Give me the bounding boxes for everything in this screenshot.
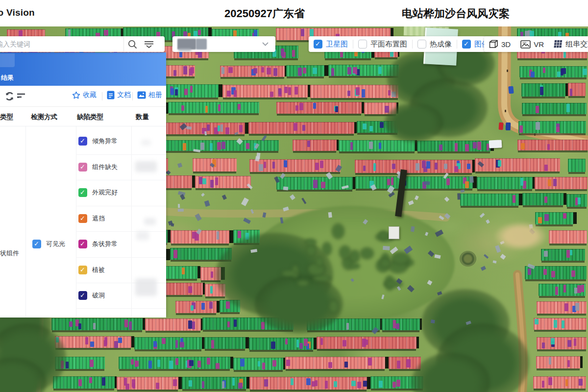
checkbox-visible-light[interactable]	[32, 240, 41, 248]
defect-module	[536, 122, 540, 130]
debris	[262, 212, 266, 218]
map-decor	[385, 357, 389, 368]
checkbox-tilt-anomaly[interactable]	[78, 137, 87, 146]
debris	[186, 126, 192, 130]
defect-row-vegetation[interactable]: 植被	[78, 266, 105, 274]
toggle-satellite-layer[interactable]: 卫星图	[314, 40, 348, 49]
defect-module	[392, 382, 396, 388]
solar-panel-row	[233, 358, 283, 370]
defect-module	[169, 361, 173, 369]
defect-module	[334, 381, 337, 387]
defect-module	[328, 362, 332, 368]
button-string-interaction[interactable]: 组串交互	[554, 40, 588, 49]
solar-panel-row	[249, 338, 314, 350]
document-label: 文档	[117, 91, 131, 99]
solar-panel-row	[222, 85, 308, 98]
defect-module	[344, 362, 348, 368]
vegetation	[331, 223, 345, 240]
defect-module	[321, 182, 325, 188]
defect-module	[306, 378, 311, 385]
defect-module	[325, 381, 328, 389]
defect-module	[221, 142, 225, 149]
solar-panel-row	[382, 318, 420, 330]
defect-module	[189, 380, 192, 387]
defect-module	[379, 143, 381, 149]
checkbox-hole[interactable]	[78, 291, 87, 300]
solar-panel-row	[293, 140, 337, 150]
filter-icon[interactable]	[141, 37, 157, 51]
defect-module	[264, 379, 268, 387]
divider	[132, 92, 133, 100]
defect-module	[363, 166, 366, 171]
solar-panel-row	[182, 377, 246, 390]
defect-row-missing[interactable]: 组件缺失	[78, 163, 118, 172]
checkbox-stripe-anomaly[interactable]	[78, 240, 87, 248]
defect-module	[373, 163, 376, 171]
defect-module	[284, 87, 288, 93]
station-select[interactable]	[172, 36, 275, 52]
defect-module	[313, 68, 317, 74]
defect-module	[544, 196, 547, 203]
defect-module	[218, 125, 220, 131]
results-tab-highlight	[0, 53, 15, 67]
button-vr[interactable]: 360 VR	[520, 40, 544, 49]
defect-module	[292, 50, 295, 57]
map-decor	[245, 337, 249, 349]
defect-module	[299, 343, 303, 349]
defect-module	[173, 70, 176, 76]
solar-panel-row	[276, 102, 362, 113]
defect-module	[182, 268, 185, 275]
album-button[interactable]: 相册	[137, 91, 162, 99]
defect-module	[124, 378, 126, 386]
defect-row-intact[interactable]: 外观完好	[78, 188, 118, 197]
vegetation	[385, 103, 443, 142]
defect-row-stripe[interactable]: 条状异常	[78, 240, 118, 248]
defect-module	[210, 180, 214, 188]
divider	[131, 126, 132, 318]
toggle-thermal-layer[interactable]: 热成像	[417, 40, 452, 49]
checkbox-thermal[interactable]	[417, 40, 426, 49]
defect-module	[369, 142, 373, 149]
defect-row-occlusion[interactable]: 遮挡	[78, 214, 105, 223]
solar-panel-row	[549, 230, 587, 244]
checkbox-floorplan[interactable]	[358, 40, 367, 49]
defect-module	[222, 381, 224, 389]
blue-van	[508, 86, 514, 94]
debris	[423, 181, 430, 185]
search-icon[interactable]	[124, 37, 141, 51]
checkbox-occlusion[interactable]	[78, 214, 87, 223]
toggle-floorplan-layer[interactable]: 平面布置图	[358, 40, 407, 49]
solar-panel-row	[317, 337, 416, 349]
road-figure	[507, 70, 508, 72]
divider	[76, 206, 166, 206]
defect-module	[439, 145, 442, 151]
defect-module	[343, 340, 346, 347]
document-button[interactable]: 文档	[107, 91, 131, 99]
defect-row-tilt[interactable]: 倾角异常	[78, 137, 118, 146]
button-3d[interactable]: 3D	[489, 40, 511, 49]
checkbox-satellite[interactable]	[314, 40, 322, 49]
redacted-count	[144, 218, 156, 225]
map-decor	[416, 337, 419, 348]
defect-module	[132, 379, 135, 387]
detection-mode-row[interactable]: 可见光	[32, 240, 65, 248]
checkbox-vegetation[interactable]	[78, 266, 87, 274]
solar-panel-row	[134, 337, 202, 349]
list-sort-icon[interactable]	[13, 89, 29, 103]
defect-module	[294, 123, 298, 130]
defect-row-hole[interactable]: 破洞	[78, 291, 105, 300]
debris	[382, 245, 390, 250]
defect-module	[225, 127, 229, 134]
checkbox-module-missing[interactable]	[78, 163, 87, 172]
search-input[interactable]	[0, 37, 124, 51]
defect-module	[315, 380, 318, 386]
results-tab[interactable]: 结果	[1, 74, 14, 82]
defect-module	[240, 359, 245, 367]
solar-panel-row	[533, 376, 586, 389]
favorite-button[interactable]: 收藏	[72, 91, 97, 99]
defect-module	[264, 162, 267, 168]
checkbox-intact[interactable]	[78, 188, 87, 197]
checkbox-legend[interactable]	[462, 40, 471, 49]
debris	[171, 223, 174, 227]
star-icon	[72, 91, 80, 99]
